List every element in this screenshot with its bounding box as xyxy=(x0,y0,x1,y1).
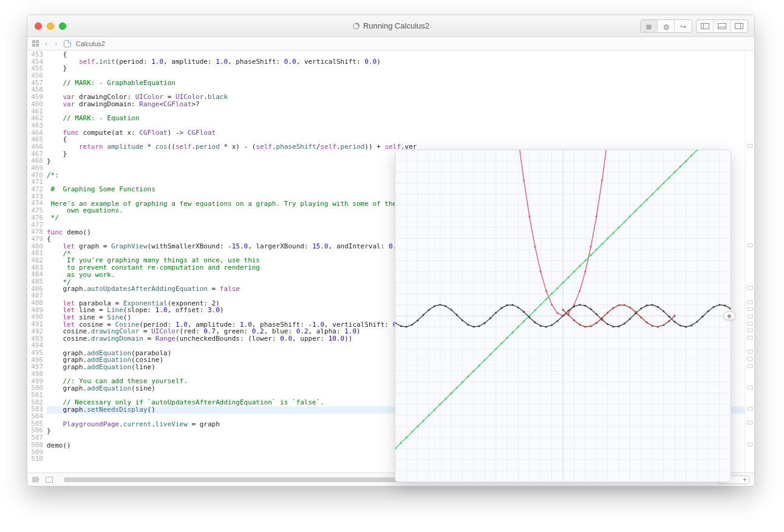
line-number: 466 xyxy=(27,143,47,151)
code-line[interactable]: // MARK: - Equation xyxy=(47,115,745,122)
point xyxy=(612,232,614,234)
point xyxy=(640,204,642,206)
left-pane-toggle[interactable] xyxy=(697,20,714,32)
breakpoint-icon[interactable] xyxy=(32,477,39,483)
point xyxy=(462,381,463,383)
point xyxy=(573,319,575,321)
result-marker[interactable] xyxy=(747,357,753,361)
point xyxy=(568,314,570,316)
result-marker[interactable] xyxy=(747,301,753,304)
result-marker[interactable] xyxy=(747,350,753,353)
code-line[interactable]: } xyxy=(47,65,745,72)
point xyxy=(568,312,570,314)
point xyxy=(618,304,619,306)
point xyxy=(596,248,598,250)
point xyxy=(612,326,614,327)
bottom-pane-toggle[interactable] xyxy=(714,20,731,32)
code-line[interactable]: // MARK: - GraphableEquation xyxy=(47,80,745,87)
quicklook-eye-icon[interactable] xyxy=(723,312,735,320)
result-marker[interactable] xyxy=(747,443,753,446)
point xyxy=(478,364,480,366)
point xyxy=(657,306,659,308)
code-line[interactable] xyxy=(47,108,745,115)
line-number: 469 xyxy=(27,165,47,172)
point xyxy=(528,316,530,318)
lines-icon xyxy=(646,21,652,32)
point xyxy=(540,271,542,273)
point xyxy=(596,313,598,315)
point xyxy=(472,326,474,327)
point xyxy=(506,304,508,306)
line-number: 510 xyxy=(27,455,47,463)
point xyxy=(528,216,530,217)
result-marker[interactable] xyxy=(747,286,753,290)
line-number: 460 xyxy=(27,101,47,108)
point xyxy=(640,316,642,318)
code-line[interactable]: func compute(at x: CGFloat) -> CGFloat xyxy=(47,129,745,137)
result-marker[interactable] xyxy=(747,364,753,368)
point xyxy=(411,431,413,433)
editor-mode-segmented[interactable] xyxy=(640,19,692,33)
point xyxy=(707,310,709,312)
line-number: 498 xyxy=(27,370,47,378)
point xyxy=(556,312,558,314)
point xyxy=(579,265,581,267)
point xyxy=(500,343,502,344)
line-number: 463 xyxy=(27,122,47,129)
point xyxy=(417,319,418,321)
point xyxy=(445,398,446,400)
related-items-icon[interactable] xyxy=(32,40,39,47)
results-sidebar xyxy=(745,50,754,472)
standard-editor-button[interactable] xyxy=(641,20,658,32)
zoom-button[interactable] xyxy=(59,22,66,30)
point xyxy=(601,317,603,319)
version-editor-button[interactable] xyxy=(675,20,692,32)
assistant-editor-button[interactable] xyxy=(658,20,675,32)
point xyxy=(573,305,575,307)
line-number: 479 xyxy=(27,236,47,243)
point xyxy=(584,305,586,307)
right-pane-toggle[interactable] xyxy=(731,20,748,32)
back-button[interactable]: ‹ xyxy=(44,39,49,48)
result-marker[interactable] xyxy=(747,322,753,326)
bottom-pane-icon xyxy=(718,23,726,29)
point xyxy=(512,304,514,306)
pane-toggle-segmented[interactable] xyxy=(696,19,748,33)
point xyxy=(618,227,619,228)
line-number: 482 xyxy=(27,257,47,264)
point xyxy=(556,287,558,289)
point xyxy=(652,193,653,195)
line-number: 492 xyxy=(27,328,47,335)
point xyxy=(673,315,675,316)
result-marker[interactable] xyxy=(747,315,753,318)
point xyxy=(462,319,463,321)
point xyxy=(422,420,424,421)
code-line[interactable]: self.init(period: 1.0, amplitude: 1.0, p… xyxy=(47,58,745,66)
point xyxy=(456,387,458,389)
point xyxy=(668,320,670,322)
point xyxy=(590,254,591,256)
close-button[interactable] xyxy=(35,22,42,30)
result-marker[interactable] xyxy=(747,329,753,332)
result-marker[interactable] xyxy=(747,421,753,425)
point xyxy=(500,307,502,309)
breadcrumb-file[interactable]: Calculus2 xyxy=(76,40,105,47)
minimize-button[interactable] xyxy=(47,22,54,30)
result-marker[interactable] xyxy=(747,307,753,311)
point xyxy=(657,326,659,328)
result-marker[interactable] xyxy=(747,407,753,411)
result-marker[interactable] xyxy=(747,386,753,389)
code-line[interactable]: var drawingDomain: Range<CGFloat>? xyxy=(47,101,745,108)
point xyxy=(478,325,480,327)
result-marker[interactable] xyxy=(747,144,753,148)
point xyxy=(701,316,703,318)
point xyxy=(406,437,407,438)
forward-button[interactable]: › xyxy=(53,39,58,48)
result-marker[interactable] xyxy=(747,244,753,247)
result-marker[interactable] xyxy=(747,336,753,339)
point xyxy=(417,425,418,427)
point xyxy=(568,276,570,278)
point xyxy=(607,312,608,313)
point xyxy=(495,312,497,313)
panel-toggle-icon[interactable] xyxy=(46,477,53,483)
